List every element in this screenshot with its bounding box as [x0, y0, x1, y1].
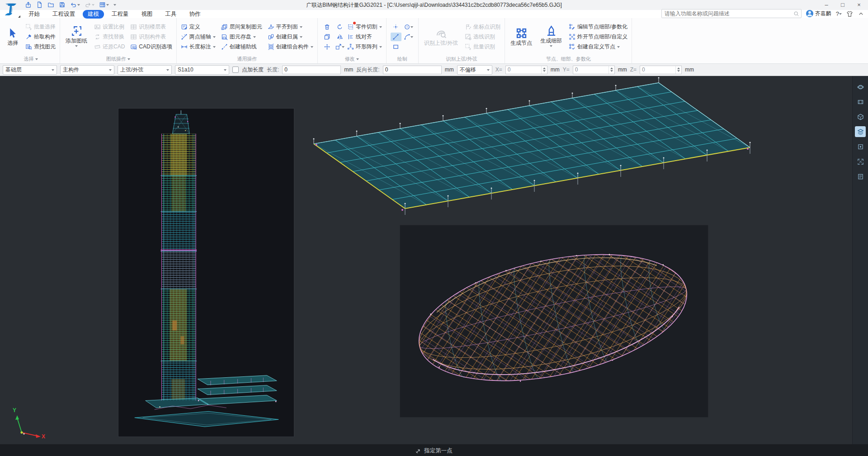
- 3d-view-button[interactable]: [855, 111, 866, 122]
- align-to-plane-button[interactable]: 平齐到面: [267, 23, 314, 31]
- pick-element-button[interactable]: 拾取构件: [24, 33, 57, 41]
- floor-select[interactable]: 基础层: [3, 65, 57, 75]
- draw-arc-button[interactable]: [403, 33, 414, 41]
- line-align-button[interactable]: [347, 33, 354, 41]
- group-label-select[interactable]: 选择: [5, 55, 57, 62]
- set-scale-button[interactable]: 设置比例: [93, 23, 126, 31]
- y-stepper[interactable]: [573, 66, 615, 74]
- create-guide-line-button[interactable]: 创建辅助线: [220, 43, 263, 51]
- define-button[interactable]: 定义: [180, 23, 217, 31]
- model-canvas[interactable]: Y X: [0, 76, 868, 444]
- 2d-view-button[interactable]: [855, 96, 866, 107]
- group-label-modify[interactable]: 修改: [321, 55, 383, 62]
- create-custom-node-button[interactable]: 创建自定义节点: [568, 43, 628, 51]
- new-file-button[interactable]: [35, 0, 44, 9]
- draw-rect-button[interactable]: [391, 43, 401, 51]
- two-point-aux-axis-button[interactable]: 两点辅轴: [180, 33, 217, 41]
- recognize-floor-table-button[interactable]: 识别楼层表: [129, 23, 173, 31]
- add-drawing-button[interactable]: 添加图纸: [63, 24, 90, 49]
- help-button[interactable]: ?: [836, 10, 842, 17]
- generate-detail-button[interactable]: 生成细部: [538, 24, 564, 49]
- dome-model-viewport[interactable]: [400, 225, 708, 418]
- generate-node-button[interactable]: 生成节点: [508, 27, 534, 47]
- offset-mode-select[interactable]: 不偏移: [457, 65, 492, 75]
- message-log-button[interactable]: [855, 171, 866, 182]
- pick-line-recognize-button[interactable]: 选线识别: [464, 33, 501, 41]
- orbit-view-button[interactable]: [855, 81, 866, 92]
- app-menu-caret-icon[interactable]: [18, 15, 20, 18]
- cad-recognize-options-button[interactable]: CAD识别选项: [129, 43, 173, 51]
- batch-recognize-button[interactable]: 批量识别: [464, 43, 501, 51]
- length-dimension-button[interactable]: 长度标注: [180, 43, 217, 51]
- tab-quantity[interactable]: 工程量: [107, 10, 134, 19]
- select-button[interactable]: 选择: [5, 27, 21, 47]
- spinner-arrows-icon[interactable]: [541, 66, 547, 74]
- find-replace-button[interactable]: 查找替换: [93, 33, 126, 41]
- chord-select[interactable]: 上弦/外弦: [118, 65, 172, 75]
- app-logo-icon[interactable]: [3, 1, 19, 18]
- customize-qat-button[interactable]: [112, 1, 118, 8]
- tower-model-viewport[interactable]: [118, 108, 294, 437]
- spinner-arrows-icon[interactable]: [609, 66, 614, 74]
- collapse-ribbon-icon[interactable]: [858, 10, 864, 17]
- tab-project-settings[interactable]: 工程设置: [47, 10, 80, 19]
- account-widget[interactable]: 齐嘉麟: [806, 10, 831, 18]
- draw-circle-button[interactable]: [403, 23, 414, 31]
- reverse-length-input[interactable]: [383, 66, 442, 74]
- search-input[interactable]: [664, 10, 793, 17]
- fit-extents-button[interactable]: [855, 156, 866, 167]
- x-stepper[interactable]: [505, 66, 547, 74]
- save-button[interactable]: [57, 0, 67, 9]
- tab-collaborate[interactable]: 协作: [184, 10, 206, 19]
- recognize-chord-button[interactable]: 识别上弦/外弦: [422, 27, 460, 47]
- draw-line-button[interactable]: [391, 33, 401, 41]
- redo-button[interactable]: [83, 0, 96, 9]
- undo-icon: [70, 1, 77, 8]
- fit-extents-icon: [857, 158, 864, 165]
- maximize-button[interactable]: □: [835, 0, 851, 9]
- add-length-checkbox[interactable]: [232, 66, 239, 73]
- create-belonging-button[interactable]: 创建归属: [267, 33, 314, 41]
- batch-select-button[interactable]: 批量选择: [24, 23, 57, 31]
- move-button[interactable]: [322, 43, 333, 51]
- save-element-button[interactable]: 图元存盘: [220, 33, 263, 41]
- stretch-button[interactable]: [335, 43, 345, 51]
- part-cut-button[interactable]: [347, 23, 354, 31]
- close-button[interactable]: ×: [851, 0, 867, 9]
- edit-node-detail-button[interactable]: 编辑节点细部/参数化: [568, 23, 628, 31]
- restore-cad-button[interactable]: 还原CAD: [93, 43, 126, 51]
- circular-array-button[interactable]: [347, 43, 354, 51]
- recognize-member-table-button[interactable]: 识别构件表: [129, 33, 173, 41]
- find-element-button[interactable]: 查找图元: [24, 43, 57, 51]
- explode-node-detail-button[interactable]: 炸开节点细部/自定义: [568, 33, 628, 41]
- rotate-button[interactable]: [335, 23, 345, 31]
- export-button[interactable]: [24, 0, 33, 9]
- mirror-button[interactable]: [335, 33, 345, 41]
- function-search[interactable]: [661, 9, 802, 18]
- tab-modeling[interactable]: 建模: [83, 10, 104, 19]
- coord-point-recognize-button[interactable]: 坐标点识别: [464, 23, 501, 31]
- copy-between-floors-button[interactable]: 层间复制图元: [220, 23, 263, 31]
- open-file-button[interactable]: [46, 0, 56, 9]
- tab-view[interactable]: 视图: [137, 10, 158, 19]
- group-label-drawing-ops[interactable]: 图纸操作: [63, 55, 173, 62]
- section-select[interactable]: S1a10: [175, 65, 229, 75]
- spinner-arrows-icon[interactable]: [675, 66, 681, 74]
- tab-tools[interactable]: 工具: [160, 10, 182, 19]
- draw-point-button[interactable]: [391, 23, 401, 31]
- member-type-select[interactable]: 主构件: [60, 65, 114, 75]
- z-stepper[interactable]: [640, 66, 682, 74]
- box-view-button[interactable]: [855, 141, 866, 152]
- create-composite-member-button[interactable]: 创建组合构件: [267, 43, 314, 51]
- theme-shirt-icon[interactable]: [846, 10, 853, 17]
- delete-button[interactable]: [322, 23, 333, 31]
- copy-button[interactable]: [322, 33, 333, 41]
- layers-view-button[interactable]: [855, 126, 866, 137]
- minimize-button[interactable]: –: [818, 0, 835, 9]
- workspace-button[interactable]: [98, 0, 110, 9]
- length-input[interactable]: [282, 66, 341, 74]
- tab-start[interactable]: 开始: [24, 10, 45, 19]
- search-icon[interactable]: [793, 11, 799, 17]
- dropdown-caret-icon: [379, 46, 382, 49]
- undo-button[interactable]: [69, 0, 81, 9]
